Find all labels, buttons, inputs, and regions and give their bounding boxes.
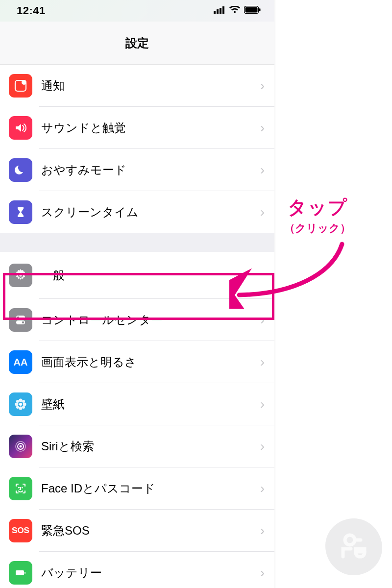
row-label: Face IDとパスコード: [41, 481, 260, 496]
svg-point-10: [17, 317, 19, 318]
chevron-right-icon: ›: [260, 396, 265, 412]
svg-rect-28: [24, 572, 25, 574]
flower-icon: [9, 392, 32, 416]
section-gap: [0, 233, 274, 252]
settings-section-2: 一般 › コントロールセンター › AA 画面表示と明るさ › 壁紙 ›: [0, 252, 274, 588]
row-screentime[interactable]: スクリーンタイム ›: [0, 191, 274, 233]
settings-section-1: 通知 › サウンドと触覚 › おやすみモード › スクリーンタイム ›: [0, 65, 274, 233]
annotation-main: タップ: [284, 195, 351, 220]
status-bar: 12:41: [0, 0, 274, 22]
chevron-right-icon: ›: [260, 204, 265, 220]
svg-rect-6: [259, 8, 261, 11]
cellular-icon: [214, 6, 225, 16]
row-wallpaper[interactable]: 壁紙 ›: [0, 383, 274, 425]
svg-point-14: [19, 399, 23, 402]
row-sounds[interactable]: サウンドと触覚 ›: [0, 107, 274, 149]
chevron-right-icon: ›: [260, 481, 265, 496]
row-label: バッテリー: [41, 565, 260, 581]
faceid-icon: [9, 477, 32, 500]
svg-point-8: [22, 80, 26, 85]
row-label: 画面表示と明るさ: [41, 354, 260, 370]
row-label: 壁紙: [41, 396, 260, 412]
status-indicators: [214, 6, 261, 16]
chevron-right-icon: ›: [260, 439, 265, 454]
svg-point-21: [22, 406, 25, 409]
row-label: おやすみモード: [41, 162, 260, 178]
aa-icon: AA: [9, 350, 32, 374]
svg-rect-5: [245, 7, 258, 13]
row-display[interactable]: AA 画面表示と明るさ ›: [0, 341, 274, 383]
row-label: 一般: [41, 268, 260, 283]
svg-point-26: [22, 488, 23, 488]
chevron-right-icon: ›: [260, 565, 265, 581]
svg-rect-1: [217, 9, 219, 14]
watermark: [325, 518, 382, 575]
row-label: サウンドと触覚: [41, 120, 260, 136]
svg-point-16: [15, 403, 19, 406]
svg-point-15: [19, 407, 23, 410]
hourglass-icon: [9, 200, 32, 224]
row-label: 通知: [41, 78, 260, 94]
annotation: タップ （クリック）: [284, 195, 351, 236]
nav-bar: 設定: [0, 22, 274, 65]
row-control-center[interactable]: コントロールセンター ›: [0, 299, 274, 341]
svg-point-18: [16, 400, 19, 403]
chevron-right-icon: ›: [260, 354, 265, 370]
row-label: スクリーンタイム: [41, 204, 260, 220]
svg-rect-2: [220, 8, 221, 14]
toggle-icon: [9, 308, 32, 332]
svg-point-24: [20, 445, 22, 448]
svg-point-19: [22, 400, 25, 403]
svg-rect-27: [16, 570, 24, 575]
row-label: コントロールセンター: [41, 312, 260, 328]
svg-point-25: [19, 488, 19, 488]
chevron-right-icon: ›: [260, 312, 265, 328]
row-sos[interactable]: SOS 緊急SOS ›: [0, 510, 274, 552]
battery-icon: [244, 6, 261, 16]
svg-rect-0: [214, 11, 216, 14]
speaker-icon: [9, 116, 32, 140]
row-label: Siriと検索: [41, 439, 260, 454]
row-faceid[interactable]: Face IDとパスコード ›: [0, 467, 274, 510]
row-dnd[interactable]: おやすみモード ›: [0, 149, 274, 191]
moon-icon: [9, 158, 32, 182]
chevron-right-icon: ›: [260, 162, 265, 178]
chevron-right-icon: ›: [260, 120, 265, 136]
gear-icon: [9, 264, 32, 287]
row-notifications[interactable]: 通知 ›: [0, 65, 274, 107]
row-general[interactable]: 一般 ›: [0, 252, 274, 299]
wifi-icon: [229, 6, 240, 16]
svg-point-17: [23, 403, 26, 406]
sos-icon: SOS: [9, 519, 32, 542]
notification-icon: [9, 74, 32, 98]
siri-icon: [9, 435, 32, 458]
svg-point-12: [22, 321, 24, 323]
annotation-sub: （クリック）: [284, 221, 351, 236]
chevron-right-icon: ›: [260, 78, 265, 94]
status-time: 12:41: [17, 4, 46, 17]
row-siri[interactable]: Siriと検索 ›: [0, 425, 274, 467]
page-title: 設定: [125, 35, 149, 51]
battery-row-icon: [9, 561, 32, 585]
chevron-right-icon: ›: [260, 523, 265, 539]
phone-screen: 12:41 設定 通知 ›: [0, 0, 274, 588]
svg-point-13: [19, 403, 22, 406]
row-battery[interactable]: バッテリー ›: [0, 552, 274, 588]
row-label: 緊急SOS: [41, 523, 260, 539]
svg-rect-3: [222, 6, 224, 14]
svg-point-20: [16, 406, 19, 409]
